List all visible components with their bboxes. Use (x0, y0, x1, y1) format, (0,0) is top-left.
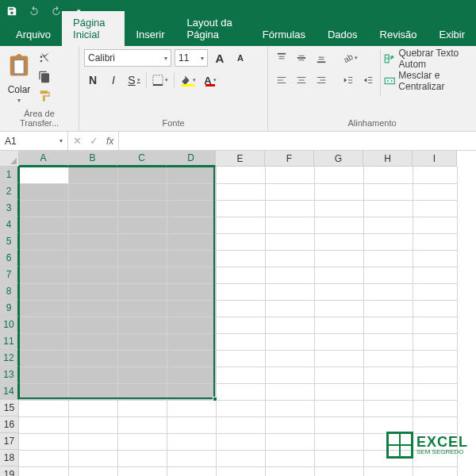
cell[interactable] (314, 333, 363, 350)
cell[interactable] (363, 183, 413, 200)
row-header-10[interactable]: 10 (0, 317, 19, 333)
cell[interactable] (314, 217, 363, 233)
cell[interactable] (216, 267, 265, 283)
cell[interactable] (363, 233, 413, 250)
col-header-C[interactable]: C (117, 151, 167, 167)
cell[interactable] (117, 450, 167, 466)
cell[interactable] (216, 283, 265, 300)
cell[interactable] (216, 183, 265, 200)
col-header-E[interactable]: E (216, 151, 265, 167)
cell[interactable] (68, 300, 117, 317)
row-header-9[interactable]: 9 (0, 300, 19, 317)
cell[interactable] (68, 416, 117, 433)
cell[interactable] (68, 317, 117, 333)
cell[interactable] (216, 433, 265, 450)
merge-center-button[interactable]: Mesclar e Centralizar (384, 71, 471, 90)
borders-icon[interactable] (150, 71, 171, 89)
cell[interactable] (363, 300, 413, 317)
cell[interactable] (265, 233, 314, 250)
cell[interactable] (19, 383, 68, 400)
cell[interactable] (216, 200, 265, 217)
row-header-7[interactable]: 7 (0, 267, 19, 283)
cell[interactable] (19, 167, 68, 183)
cell[interactable] (265, 167, 314, 183)
cell[interactable] (167, 217, 216, 233)
cell[interactable] (216, 333, 265, 350)
italic-button[interactable]: I (105, 71, 122, 89)
row-header-4[interactable]: 4 (0, 217, 19, 233)
align-top-icon[interactable] (273, 49, 290, 67)
cell[interactable] (68, 450, 117, 466)
row-header-11[interactable]: 11 (0, 333, 19, 350)
cells[interactable] (19, 167, 458, 476)
cell[interactable] (117, 300, 167, 317)
cell[interactable] (363, 367, 413, 383)
cell[interactable] (19, 400, 68, 416)
cell[interactable] (167, 300, 216, 317)
fx-icon[interactable]: fx (106, 136, 113, 147)
cell[interactable] (314, 416, 363, 433)
cell[interactable] (117, 416, 167, 433)
row-header-2[interactable]: 2 (0, 183, 19, 200)
col-header-D[interactable]: D (167, 151, 216, 167)
cell[interactable] (19, 433, 68, 450)
cell[interactable] (413, 350, 457, 367)
cell[interactable] (216, 167, 265, 183)
cell[interactable] (413, 466, 457, 476)
cell[interactable] (117, 233, 167, 250)
cell[interactable] (19, 317, 68, 333)
cell[interactable] (167, 317, 216, 333)
cell[interactable] (265, 217, 314, 233)
cell[interactable] (68, 217, 117, 233)
cell[interactable] (265, 200, 314, 217)
cell[interactable] (413, 217, 457, 233)
enter-icon[interactable]: ✓ (90, 135, 98, 147)
cell[interactable] (314, 400, 363, 416)
cell[interactable] (68, 367, 117, 383)
tab-layout[interactable]: Layout da Página (176, 11, 251, 46)
underline-button[interactable]: S (125, 71, 143, 89)
cell[interactable] (216, 416, 265, 433)
cell[interactable] (167, 183, 216, 200)
cell[interactable] (413, 317, 457, 333)
cell[interactable] (117, 183, 167, 200)
row-header-5[interactable]: 5 (0, 233, 19, 250)
cell[interactable] (167, 233, 216, 250)
cell[interactable] (167, 433, 216, 450)
col-header-B[interactable]: B (68, 151, 117, 167)
tab-data[interactable]: Dados (317, 23, 369, 46)
cancel-icon[interactable]: ✕ (73, 135, 82, 147)
cell[interactable] (167, 283, 216, 300)
cell[interactable] (216, 450, 265, 466)
cell[interactable] (167, 200, 216, 217)
cell[interactable] (265, 433, 314, 450)
cell[interactable] (363, 466, 413, 476)
cell[interactable] (19, 200, 68, 217)
cell[interactable] (68, 333, 117, 350)
cell[interactable] (265, 400, 314, 416)
cell[interactable] (117, 317, 167, 333)
cell[interactable] (68, 383, 117, 400)
cell[interactable] (117, 433, 167, 450)
cell[interactable] (68, 466, 117, 476)
redo-icon[interactable] (49, 4, 63, 18)
cell[interactable] (117, 283, 167, 300)
cell[interactable] (68, 200, 117, 217)
cell[interactable] (265, 450, 314, 466)
cell[interactable] (363, 350, 413, 367)
col-header-F[interactable]: F (265, 151, 314, 167)
select-all-corner[interactable] (0, 151, 19, 167)
cell[interactable] (413, 183, 457, 200)
cell[interactable] (19, 350, 68, 367)
cell[interactable] (167, 367, 216, 383)
font-name-select[interactable]: Calibri▾ (84, 49, 171, 67)
cell[interactable] (19, 250, 68, 267)
cell[interactable] (413, 233, 457, 250)
cell[interactable] (117, 400, 167, 416)
row-header-14[interactable]: 14 (0, 383, 19, 400)
cut-icon[interactable] (36, 51, 52, 65)
cell[interactable] (68, 233, 117, 250)
cell[interactable] (167, 267, 216, 283)
tab-home[interactable]: Página Inicial (62, 11, 125, 46)
cell[interactable] (314, 317, 363, 333)
